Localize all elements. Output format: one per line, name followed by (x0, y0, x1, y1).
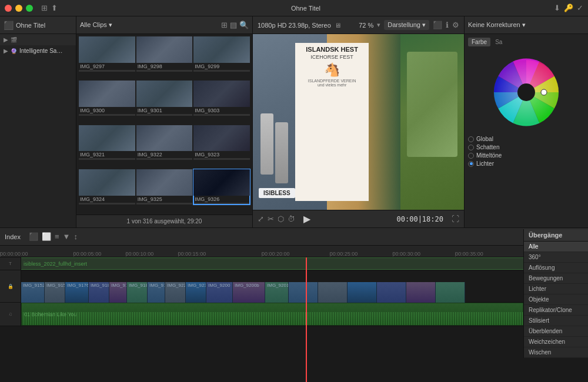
main-video-track-label: 🔒 (0, 270, 21, 302)
inspector-icon-1[interactable]: ⬛ (433, 21, 442, 29)
transition-item-weichzeichen[interactable]: Weichzeichen (524, 337, 588, 347)
color-wheel-svg[interactable] (491, 57, 562, 128)
video-clip-IMG_9232[interactable]: IMG_9232 (186, 282, 206, 303)
zoom-dropdown-icon[interactable]: ▾ (377, 21, 380, 29)
radio-item-lichter[interactable]: Lichter (468, 160, 584, 167)
video-clip-IMG_9153[interactable]: IMG_9153 (45, 282, 65, 303)
clip-name: IMG_9152 (21, 282, 44, 289)
radio-item-mitteltöne[interactable]: Mitteltöne (468, 152, 584, 159)
clip-thumbnail (193, 169, 250, 196)
ruler-mark: 00:00:00:00 (0, 251, 28, 257)
transition-item-stilisiert[interactable]: Stilisiert (524, 316, 588, 326)
browser-clip-IMG_9326[interactable]: IMG_9326 (193, 169, 250, 205)
transition-item-aufl-sung[interactable]: Auflösung (524, 263, 588, 273)
index-label[interactable]: Index (5, 233, 21, 240)
clip-name-label: IMG_9300 (79, 107, 135, 114)
clip-thumbnail (79, 81, 135, 107)
radio-dot (468, 153, 474, 159)
video-clip-IMG_9152[interactable]: IMG_9152 (21, 282, 45, 303)
clip-name-label: IMG_9324 (79, 196, 135, 203)
browser-clip-IMG_9322[interactable]: IMG_9322 (136, 125, 193, 160)
video-clip-IMG_9181[interactable]: IMG_9181 (89, 282, 109, 303)
inspector-icon-2[interactable]: ℹ (446, 21, 449, 29)
corrections-label[interactable]: Keine Korrekturen ▾ (468, 21, 526, 29)
timecode-text: 00:00|18:20 (397, 215, 443, 223)
browser-clip-IMG_9297[interactable]: IMG_9297 (79, 36, 135, 72)
transition-item-wischen[interactable]: Wischen (524, 347, 588, 358)
transition-item-bewegungen[interactable]: Bewegungen (524, 273, 588, 284)
video-clip-IMG_9182[interactable]: IMG_9182 (109, 282, 127, 303)
isibless-logo: ISIBLESS (259, 188, 295, 198)
radio-label: Mitteltöne (476, 152, 502, 159)
video-lock-icon: 🔒 (8, 284, 14, 289)
video-clip-IMG_9200b[interactable]: IMG_9200b (233, 282, 265, 303)
speed-icon[interactable]: ⏱ (288, 215, 295, 223)
video-clip-extra5[interactable] (406, 282, 436, 303)
sidebar-item-library[interactable]: ▶ 🎬 (0, 34, 76, 45)
browser-clip-IMG_9299[interactable]: IMG_9299 (193, 36, 250, 72)
minimize-button[interactable] (15, 5, 22, 12)
transition-item-replikator-clone[interactable]: Replikator/Clone (524, 305, 588, 316)
transition-item-objekte[interactable]: Objekte (524, 294, 588, 305)
video-clip-IMG_9229[interactable]: IMG_9229 (165, 282, 186, 303)
grid-icon: ⊞ (41, 4, 48, 12)
search-icon[interactable]: 🔍 (239, 21, 249, 29)
crop-icon[interactable]: ✂ (268, 215, 274, 223)
browser-clip-IMG_9325[interactable]: IMG_9325 (136, 169, 193, 205)
browser-clip-IMG_9321[interactable]: IMG_9321 (79, 125, 135, 160)
video-clip-extra4[interactable] (377, 282, 406, 303)
transition-item-lichter[interactable]: Lichter (524, 284, 588, 294)
radio-item-global[interactable]: Global (468, 136, 584, 142)
preview-image: ISLANDSK HEST ICEHORSE FEST 🐴 ISLANDPFER… (253, 34, 464, 210)
video-clip-IMG_9186[interactable]: IMG_9186 (148, 282, 165, 303)
browser-clip-IMG_9323[interactable]: IMG_9323 (193, 125, 250, 160)
browser-clip-IMG_9300[interactable]: IMG_9300 (79, 81, 135, 116)
video-clip-extra6[interactable] (436, 282, 465, 303)
browser-toolbar: Alle Clips ▾ ⊞ ▤ 🔍 (76, 16, 252, 34)
video-clip-IMG_9201[interactable]: IMG_9201 (265, 282, 289, 303)
inspector-icon-3[interactable]: ⚙ (452, 21, 459, 29)
video-clip-extra3[interactable] (348, 282, 377, 303)
sidebar-item-smart[interactable]: ▶ 🔮 Intelligente Sammlung... (0, 45, 76, 56)
stabilize-icon[interactable]: ⬡ (278, 215, 284, 223)
library-title: Ohne Titel (16, 22, 45, 29)
video-clip-extra2[interactable] (318, 282, 348, 303)
browser-clip-IMG_9298[interactable]: IMG_9298 (136, 36, 193, 72)
timeline-tb-icon3[interactable]: ≡ (55, 232, 59, 241)
clip-thumbnail (193, 36, 250, 63)
folder-icon: ▶ (4, 36, 8, 43)
video-clip-IMG_9176[interactable]: IMG_9176 (65, 282, 89, 303)
radio-item-schatten[interactable]: Schatten (468, 144, 584, 150)
poster-area: ISLANDSK HEST ICEHORSE FEST 🐴 ISLANDPFER… (295, 43, 369, 201)
video-clip-IMG_9200[interactable]: IMG_9200 (206, 282, 233, 303)
filmstrip-icon[interactable]: ▤ (230, 21, 237, 29)
maximize-button[interactable] (26, 5, 33, 12)
timeline-tb-icon1[interactable]: ⬛ (29, 232, 38, 241)
fullscreen-icon[interactable]: ⛶ (452, 215, 459, 223)
transform-icon[interactable]: ⤢ (258, 215, 264, 223)
darstellung-btn[interactable]: Darstellung ▾ (384, 20, 429, 30)
browser-clip-IMG_9324[interactable]: IMG_9324 (79, 169, 135, 205)
tab-farbe[interactable]: Farbe (468, 38, 490, 46)
timeline-tb-icon2[interactable]: ⬜ (42, 232, 51, 241)
browser-clip-IMG_9301[interactable]: IMG_9301 (136, 81, 193, 116)
browser-grid: IMG_9297 IMG_9298 IMG_9299 IMG_9300 IMG_… (76, 34, 252, 215)
video-clip-IMG_9185[interactable]: IMG_9185 (127, 282, 148, 303)
video-clip-extra1[interactable] (289, 282, 318, 303)
timeline-body[interactable]: T isibless_2022_fullhd_insert 🔒 IMG_9152… (0, 257, 588, 382)
timeline-tb-icon4[interactable]: ▼ (63, 232, 71, 241)
timeline-tb-icon5[interactable]: ↕ (74, 232, 78, 241)
transition-item-360-[interactable]: 360° (524, 252, 588, 263)
close-button[interactable] (5, 5, 12, 12)
list-view-icon[interactable]: ⊞ (221, 21, 228, 29)
transition-item-alle[interactable]: Alle (524, 242, 588, 252)
insert-label-icon: T (9, 261, 12, 266)
clip-thumbnail (136, 169, 193, 196)
browser-clip-IMG_9303[interactable]: IMG_9303 (193, 81, 250, 116)
play-button[interactable]: ▶ (303, 213, 310, 224)
zoom-label: 72 % (359, 22, 373, 29)
tab-sa[interactable]: Sa (492, 38, 506, 46)
transition-item--berblenden[interactable]: Überblenden (524, 326, 588, 337)
all-clips-filter[interactable]: Alle Clips ▾ (80, 21, 112, 29)
smart-collection-label: Intelligente Sammlung... (19, 48, 66, 54)
